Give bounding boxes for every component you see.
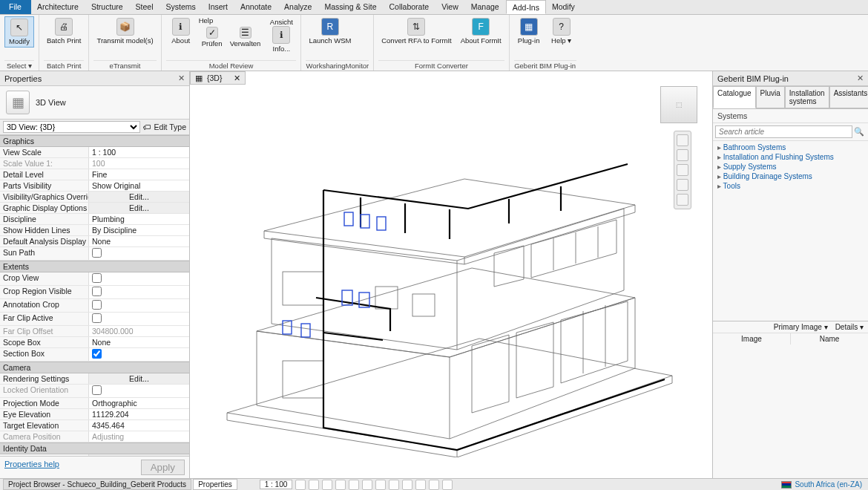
viewcontrol-icon[interactable] — [309, 480, 319, 490]
bottom-tab-project-browser[interactable]: Project Browser - Schueco_Building_Geber… — [3, 479, 191, 490]
checkbox[interactable] — [92, 248, 102, 258]
viewcontrol-icon[interactable] — [335, 480, 346, 490]
tab-insert[interactable]: Insert — [203, 0, 234, 14]
svg-rect-10 — [361, 215, 369, 228]
tab-systems[interactable]: Systems — [160, 0, 203, 14]
tab-modify[interactable]: Modify — [546, 0, 582, 14]
tab-catalogue[interactable]: Catalogue — [713, 86, 756, 108]
tab-massing-site[interactable]: Massing & Site — [318, 0, 383, 14]
tab-assistants[interactable]: Assistants — [829, 86, 868, 108]
view-scale-control[interactable]: 1 : 100 — [260, 480, 293, 489]
bottom-tab-properties[interactable]: Properties — [193, 479, 237, 490]
apply-button[interactable]: Apply — [141, 460, 185, 475]
checkbox[interactable] — [92, 273, 102, 283]
ansicht-label: Ansicht — [270, 18, 293, 26]
tab-analyze[interactable]: Analyze — [278, 0, 318, 14]
prufen-button[interactable]: ✓ Prüfen — [199, 25, 226, 49]
tab-collaborate[interactable]: Collaborate — [383, 0, 435, 14]
close-icon[interactable]: ✕ — [857, 74, 864, 83]
prop-locked-orientation: Locked Orientation — [0, 385, 189, 398]
locale-indicator[interactable]: South Africa (en-ZA) — [781, 480, 868, 489]
viewcontrol-icon[interactable] — [349, 480, 359, 490]
prop-discipline: DisciplinePlumbing — [0, 214, 189, 225]
lookaround-icon[interactable] — [677, 194, 688, 206]
tab-view[interactable]: View — [435, 0, 465, 14]
modify-button[interactable]: ↖ Modify — [4, 16, 34, 48]
help-dropdown[interactable]: ? Help ▾ — [547, 16, 576, 46]
batch-print-button[interactable]: 🖨 Batch Print — [44, 16, 84, 46]
checkbox[interactable] — [92, 313, 102, 323]
viewcontrol-icon[interactable] — [442, 480, 453, 490]
tree-flushing[interactable]: Installation and Flushing Systems — [716, 152, 865, 162]
tree-bathroom[interactable]: Bathroom Systems — [716, 143, 865, 152]
close-view-icon[interactable]: ✕ — [234, 74, 240, 82]
view-type-icon — [6, 91, 30, 114]
group-identity-data[interactable]: Identity Data — [0, 442, 189, 454]
help-link[interactable]: Help — [199, 16, 264, 24]
edit-type-button[interactable]: 🏷 Edit Type — [143, 122, 186, 131]
viewcontrol-icon[interactable] — [322, 480, 332, 490]
group-graphics[interactable]: Graphics — [0, 135, 189, 147]
transmit-models-button[interactable]: 📦 Transmit model(s) — [93, 16, 156, 46]
primary-image-dropdown[interactable]: Primary Image ▾ — [774, 323, 828, 331]
navigation-bar — [674, 131, 691, 209]
group-camera[interactable]: Camera — [0, 362, 189, 373]
3d-view-canvas[interactable]: ▦ {3D} ✕ — [190, 71, 712, 478]
launch-wsm-button[interactable]: R Launch WSM — [306, 16, 354, 46]
ribbon-group-batchprint: 🖨 Batch Print Batch Print — [39, 15, 89, 71]
details-dropdown[interactable]: Details ▾ — [835, 323, 864, 331]
prop-crop-view: Crop View — [0, 272, 189, 286]
prop-camera-position: Camera PositionAdjusting — [0, 431, 189, 442]
revit-icon: R — [321, 18, 339, 36]
tab-installation[interactable]: Installation systems — [785, 86, 829, 108]
viewcontrol-icon[interactable] — [295, 480, 306, 490]
about-button[interactable]: ℹ About — [166, 16, 196, 46]
viewcontrol-icon[interactable] — [415, 480, 426, 490]
prop-eye-elevation: Eye Elevation11129.204 — [0, 409, 189, 420]
checkbox[interactable] — [92, 287, 102, 296]
close-icon[interactable]: ✕ — [178, 74, 185, 83]
tree-supply[interactable]: Supply Systems — [716, 162, 865, 172]
viewcontrol-icon[interactable] — [389, 480, 399, 490]
checkbox[interactable] — [92, 300, 102, 310]
viewcontrol-icon[interactable] — [429, 480, 439, 490]
info-icon: ℹ — [272, 26, 290, 44]
ribbon-group-select: ↖ Modify Select ▾ — [0, 15, 39, 71]
tab-steel[interactable]: Steel — [130, 0, 160, 14]
viewcontrol-icon[interactable] — [362, 480, 372, 490]
ribbon-group-geberit: ▦ Plug-in ? Help ▾ Geberit BIM Plug-in — [510, 15, 581, 71]
tab-architecture[interactable]: Architecture — [31, 0, 85, 14]
tab-manage[interactable]: Manage — [465, 0, 506, 14]
pan-icon[interactable] — [677, 149, 688, 161]
tab-pluvia[interactable]: Pluvia — [756, 86, 785, 108]
orbit-icon[interactable] — [677, 179, 688, 191]
package-icon: 📦 — [116, 18, 134, 36]
prop-section-box: Section Box — [0, 348, 189, 362]
convert-rfa-button[interactable]: ⇅ Convert RFA to FormIt — [378, 16, 455, 46]
view-cube[interactable]: ⬚ — [660, 86, 697, 123]
instance-selector[interactable]: 3D View: {3D} — [3, 121, 140, 133]
verwalten-button[interactable]: ☰ Verwalten — [227, 25, 264, 49]
viewcontrol-icon[interactable] — [402, 480, 412, 490]
col-image: Image — [713, 333, 791, 344]
manage-icon: ☰ — [240, 27, 251, 39]
tree-tools[interactable]: Tools — [716, 181, 865, 191]
search-icon[interactable]: 🔍 — [852, 125, 866, 138]
tree-drainage[interactable]: Building Drainage Systems — [716, 172, 865, 181]
info-button[interactable]: Ansicht ℹ Info... — [266, 16, 296, 54]
properties-help-link[interactable]: Properties help — [4, 460, 59, 475]
steering-wheel-icon[interactable] — [677, 134, 688, 146]
about-formit-button[interactable]: F About FormIt — [458, 16, 504, 46]
plugin-button[interactable]: ▦ Plug-in — [514, 16, 544, 46]
group-extents[interactable]: Extents — [0, 261, 189, 272]
tab-structure[interactable]: Structure — [85, 0, 130, 14]
tab-annotate[interactable]: Annotate — [234, 0, 278, 14]
tab-file[interactable]: File — [0, 0, 31, 14]
view-tab[interactable]: ▦ {3D} ✕ — [190, 71, 246, 85]
checkbox[interactable] — [92, 349, 102, 359]
zoom-icon[interactable] — [677, 164, 688, 176]
search-input[interactable] — [715, 125, 852, 138]
checkbox[interactable] — [92, 385, 102, 395]
tab-addins[interactable]: Add-Ins — [506, 0, 546, 14]
viewcontrol-icon[interactable] — [375, 480, 386, 490]
